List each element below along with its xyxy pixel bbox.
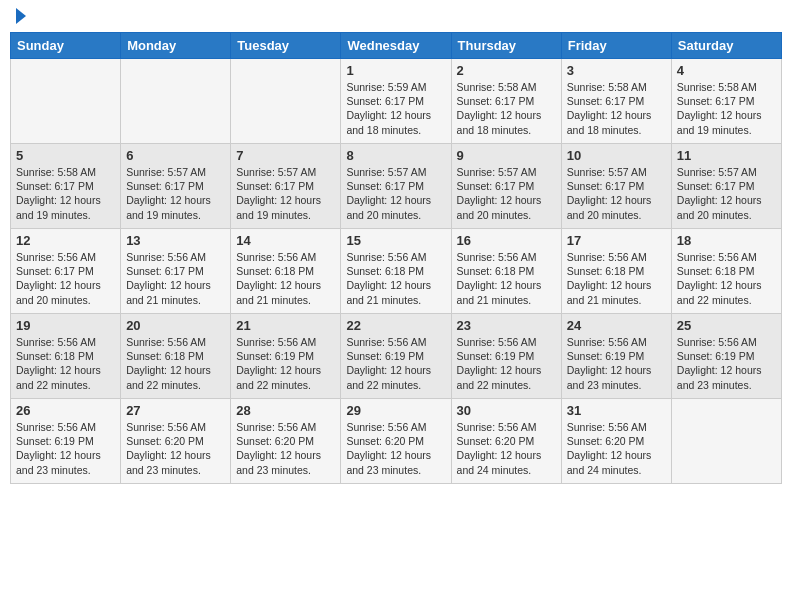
cell-info: Sunrise: 5:56 AMSunset: 6:20 PMDaylight:… [457, 420, 556, 477]
calendar-cell: 23Sunrise: 5:56 AMSunset: 6:19 PMDayligh… [451, 314, 561, 399]
page-header [10, 10, 782, 24]
day-number: 22 [346, 318, 445, 333]
calendar-cell: 11Sunrise: 5:57 AMSunset: 6:17 PMDayligh… [671, 144, 781, 229]
calendar-cell: 18Sunrise: 5:56 AMSunset: 6:18 PMDayligh… [671, 229, 781, 314]
cell-info: Sunrise: 5:56 AMSunset: 6:20 PMDaylight:… [236, 420, 335, 477]
calendar-cell: 31Sunrise: 5:56 AMSunset: 6:20 PMDayligh… [561, 399, 671, 484]
calendar-cell: 19Sunrise: 5:56 AMSunset: 6:18 PMDayligh… [11, 314, 121, 399]
calendar-cell: 16Sunrise: 5:56 AMSunset: 6:18 PMDayligh… [451, 229, 561, 314]
day-number: 25 [677, 318, 776, 333]
day-header-wednesday: Wednesday [341, 33, 451, 59]
calendar-cell: 30Sunrise: 5:56 AMSunset: 6:20 PMDayligh… [451, 399, 561, 484]
calendar-cell: 4Sunrise: 5:58 AMSunset: 6:17 PMDaylight… [671, 59, 781, 144]
calendar-table: SundayMondayTuesdayWednesdayThursdayFrid… [10, 32, 782, 484]
calendar-cell: 25Sunrise: 5:56 AMSunset: 6:19 PMDayligh… [671, 314, 781, 399]
cell-info: Sunrise: 5:58 AMSunset: 6:17 PMDaylight:… [16, 165, 115, 222]
cell-info: Sunrise: 5:58 AMSunset: 6:17 PMDaylight:… [677, 80, 776, 137]
day-number: 12 [16, 233, 115, 248]
day-number: 17 [567, 233, 666, 248]
calendar-cell: 7Sunrise: 5:57 AMSunset: 6:17 PMDaylight… [231, 144, 341, 229]
cell-info: Sunrise: 5:56 AMSunset: 6:19 PMDaylight:… [236, 335, 335, 392]
day-number: 26 [16, 403, 115, 418]
cell-info: Sunrise: 5:56 AMSunset: 6:20 PMDaylight:… [346, 420, 445, 477]
calendar-week-row: 1Sunrise: 5:59 AMSunset: 6:17 PMDaylight… [11, 59, 782, 144]
day-number: 3 [567, 63, 666, 78]
calendar-cell: 22Sunrise: 5:56 AMSunset: 6:19 PMDayligh… [341, 314, 451, 399]
day-header-monday: Monday [121, 33, 231, 59]
calendar-cell [121, 59, 231, 144]
logo [14, 10, 26, 24]
calendar-week-row: 26Sunrise: 5:56 AMSunset: 6:19 PMDayligh… [11, 399, 782, 484]
day-number: 8 [346, 148, 445, 163]
cell-info: Sunrise: 5:56 AMSunset: 6:20 PMDaylight:… [567, 420, 666, 477]
calendar-cell: 1Sunrise: 5:59 AMSunset: 6:17 PMDaylight… [341, 59, 451, 144]
day-number: 1 [346, 63, 445, 78]
cell-info: Sunrise: 5:56 AMSunset: 6:19 PMDaylight:… [567, 335, 666, 392]
calendar-cell: 14Sunrise: 5:56 AMSunset: 6:18 PMDayligh… [231, 229, 341, 314]
calendar-cell [231, 59, 341, 144]
calendar-cell: 20Sunrise: 5:56 AMSunset: 6:18 PMDayligh… [121, 314, 231, 399]
cell-info: Sunrise: 5:57 AMSunset: 6:17 PMDaylight:… [346, 165, 445, 222]
day-number: 23 [457, 318, 556, 333]
calendar-cell: 26Sunrise: 5:56 AMSunset: 6:19 PMDayligh… [11, 399, 121, 484]
calendar-cell: 9Sunrise: 5:57 AMSunset: 6:17 PMDaylight… [451, 144, 561, 229]
calendar-week-row: 19Sunrise: 5:56 AMSunset: 6:18 PMDayligh… [11, 314, 782, 399]
cell-info: Sunrise: 5:57 AMSunset: 6:17 PMDaylight:… [457, 165, 556, 222]
day-number: 6 [126, 148, 225, 163]
calendar-cell: 29Sunrise: 5:56 AMSunset: 6:20 PMDayligh… [341, 399, 451, 484]
day-header-tuesday: Tuesday [231, 33, 341, 59]
calendar-cell: 27Sunrise: 5:56 AMSunset: 6:20 PMDayligh… [121, 399, 231, 484]
cell-info: Sunrise: 5:56 AMSunset: 6:19 PMDaylight:… [677, 335, 776, 392]
day-header-saturday: Saturday [671, 33, 781, 59]
cell-info: Sunrise: 5:57 AMSunset: 6:17 PMDaylight:… [677, 165, 776, 222]
day-number: 16 [457, 233, 556, 248]
calendar-cell [671, 399, 781, 484]
calendar-cell [11, 59, 121, 144]
calendar-cell: 28Sunrise: 5:56 AMSunset: 6:20 PMDayligh… [231, 399, 341, 484]
day-number: 27 [126, 403, 225, 418]
day-number: 24 [567, 318, 666, 333]
logo-arrow-icon [16, 8, 26, 24]
day-number: 10 [567, 148, 666, 163]
day-number: 9 [457, 148, 556, 163]
cell-info: Sunrise: 5:56 AMSunset: 6:19 PMDaylight:… [346, 335, 445, 392]
day-header-sunday: Sunday [11, 33, 121, 59]
day-header-friday: Friday [561, 33, 671, 59]
day-number: 7 [236, 148, 335, 163]
cell-info: Sunrise: 5:56 AMSunset: 6:17 PMDaylight:… [16, 250, 115, 307]
cell-info: Sunrise: 5:56 AMSunset: 6:18 PMDaylight:… [16, 335, 115, 392]
day-number: 15 [346, 233, 445, 248]
cell-info: Sunrise: 5:56 AMSunset: 6:18 PMDaylight:… [126, 335, 225, 392]
day-number: 20 [126, 318, 225, 333]
day-number: 18 [677, 233, 776, 248]
day-number: 28 [236, 403, 335, 418]
calendar-cell: 13Sunrise: 5:56 AMSunset: 6:17 PMDayligh… [121, 229, 231, 314]
calendar-cell: 5Sunrise: 5:58 AMSunset: 6:17 PMDaylight… [11, 144, 121, 229]
calendar-week-row: 5Sunrise: 5:58 AMSunset: 6:17 PMDaylight… [11, 144, 782, 229]
cell-info: Sunrise: 5:56 AMSunset: 6:20 PMDaylight:… [126, 420, 225, 477]
day-number: 30 [457, 403, 556, 418]
calendar-cell: 3Sunrise: 5:58 AMSunset: 6:17 PMDaylight… [561, 59, 671, 144]
day-number: 2 [457, 63, 556, 78]
day-number: 13 [126, 233, 225, 248]
day-header-thursday: Thursday [451, 33, 561, 59]
cell-info: Sunrise: 5:56 AMSunset: 6:18 PMDaylight:… [236, 250, 335, 307]
calendar-week-row: 12Sunrise: 5:56 AMSunset: 6:17 PMDayligh… [11, 229, 782, 314]
cell-info: Sunrise: 5:56 AMSunset: 6:18 PMDaylight:… [346, 250, 445, 307]
calendar-header-row: SundayMondayTuesdayWednesdayThursdayFrid… [11, 33, 782, 59]
cell-info: Sunrise: 5:58 AMSunset: 6:17 PMDaylight:… [567, 80, 666, 137]
calendar-cell: 17Sunrise: 5:56 AMSunset: 6:18 PMDayligh… [561, 229, 671, 314]
calendar-cell: 24Sunrise: 5:56 AMSunset: 6:19 PMDayligh… [561, 314, 671, 399]
cell-info: Sunrise: 5:58 AMSunset: 6:17 PMDaylight:… [457, 80, 556, 137]
cell-info: Sunrise: 5:57 AMSunset: 6:17 PMDaylight:… [236, 165, 335, 222]
calendar-cell: 10Sunrise: 5:57 AMSunset: 6:17 PMDayligh… [561, 144, 671, 229]
day-number: 11 [677, 148, 776, 163]
calendar-cell: 6Sunrise: 5:57 AMSunset: 6:17 PMDaylight… [121, 144, 231, 229]
day-number: 14 [236, 233, 335, 248]
calendar-cell: 2Sunrise: 5:58 AMSunset: 6:17 PMDaylight… [451, 59, 561, 144]
day-number: 21 [236, 318, 335, 333]
day-number: 31 [567, 403, 666, 418]
cell-info: Sunrise: 5:56 AMSunset: 6:19 PMDaylight:… [16, 420, 115, 477]
calendar-cell: 21Sunrise: 5:56 AMSunset: 6:19 PMDayligh… [231, 314, 341, 399]
cell-info: Sunrise: 5:59 AMSunset: 6:17 PMDaylight:… [346, 80, 445, 137]
